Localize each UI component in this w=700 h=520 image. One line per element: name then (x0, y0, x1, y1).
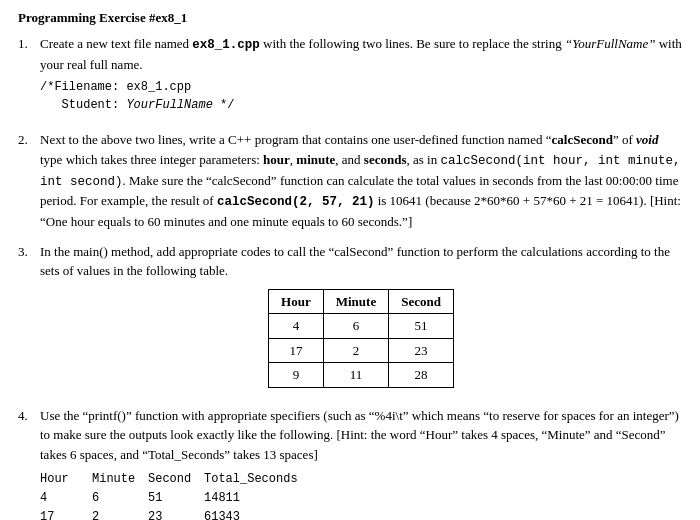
output-r1-total: 14811 (204, 489, 240, 508)
section-2-content: Next to the above two lines, write a C++… (40, 130, 682, 231)
section-2-funcname: calcSecond (552, 132, 613, 147)
section-3-text: In the main() method, add appropriate co… (40, 244, 670, 279)
output-r1-minute: 6 (92, 489, 148, 508)
row2-hour: 17 (269, 338, 324, 363)
section-3: 3. In the main() method, add appropriate… (18, 242, 682, 396)
section-2-text-c: type which takes three integer parameter… (40, 152, 263, 167)
section-4-content: Use the “printf()” function with appropr… (40, 406, 682, 521)
section-2-hour: hour (263, 152, 290, 167)
section-4-text: Use the “printf()” function with appropr… (40, 408, 679, 462)
output-header-total: Total_Seconds (204, 470, 298, 489)
output-header-row: Hour Minute Second Total_Seconds (40, 470, 682, 489)
output-r2-total: 61343 (204, 508, 240, 520)
row3-second: 28 (389, 363, 454, 388)
row1-minute: 6 (323, 314, 388, 339)
section-2-and: , and (335, 152, 364, 167)
data-table: Hour Minute Second 4 6 51 17 2 23 (268, 289, 454, 388)
section-2: 2. Next to the above two lines, write a … (18, 130, 682, 231)
section-3-num: 3. (18, 242, 40, 396)
output-header-minute: Minute (92, 470, 148, 489)
section-1-num: 1. (18, 34, 40, 120)
output-data-row-1: 4 6 51 14811 (40, 489, 682, 508)
row2-second: 23 (389, 338, 454, 363)
output-r1-hour: 4 (40, 489, 92, 508)
section-1-content: Create a new text file named ex8_1.cpp w… (40, 34, 682, 120)
section-1: 1. Create a new text file named ex8_1.cp… (18, 34, 682, 120)
section-4-num: 4. (18, 406, 40, 521)
section-1-text-a: Create a new text file named (40, 36, 192, 51)
section-2-void: void (636, 132, 658, 147)
row1-second: 51 (389, 314, 454, 339)
section-2-num: 2. (18, 130, 40, 231)
row1-hour: 4 (269, 314, 324, 339)
output-r2-hour: 17 (40, 508, 92, 520)
output-block: Hour Minute Second Total_Seconds 4 6 51 … (40, 470, 682, 520)
section-1-code: /*Filename: ex8_1.cpp Student: YourFullN… (40, 78, 682, 114)
page-title: Programming Exercise #ex8_1 (18, 10, 682, 26)
section-2-text-a: Next to the above two lines, write a C++… (40, 132, 552, 147)
row2-minute: 2 (323, 338, 388, 363)
section-1-text-b: with the following two lines. Be sure to… (260, 36, 565, 51)
section-2-minute: minute (296, 152, 335, 167)
section-4: 4. Use the “printf()” function with appr… (18, 406, 682, 521)
table-row: 9 11 28 (269, 363, 454, 388)
output-r2-minute: 2 (92, 508, 148, 520)
row3-minute: 11 (323, 363, 388, 388)
section-3-table-wrap: Hour Minute Second 4 6 51 17 2 23 (40, 289, 682, 388)
output-header-hour: Hour (40, 470, 92, 489)
output-data-row-2: 17 2 23 61343 (40, 508, 682, 520)
section-1-filename: ex8_1.cpp (192, 38, 260, 52)
section-2-seconds: seconds (364, 152, 407, 167)
section-2-example: calcSecond(2, 57, 21) (217, 195, 375, 209)
row3-hour: 9 (269, 363, 324, 388)
table-row: 4 6 51 (269, 314, 454, 339)
col-second-header: Second (389, 289, 454, 314)
col-minute-header: Minute (323, 289, 388, 314)
table-row: 17 2 23 (269, 338, 454, 363)
output-r1-second: 51 (148, 489, 204, 508)
section-2-text-b: ” of (613, 132, 636, 147)
output-header-second: Second (148, 470, 204, 489)
section-1-placeholder: “YourFullName” (565, 36, 656, 51)
section-3-content: In the main() method, add appropriate co… (40, 242, 682, 396)
section-2-asin: , as in (406, 152, 440, 167)
col-hour-header: Hour (269, 289, 324, 314)
output-r2-second: 23 (148, 508, 204, 520)
